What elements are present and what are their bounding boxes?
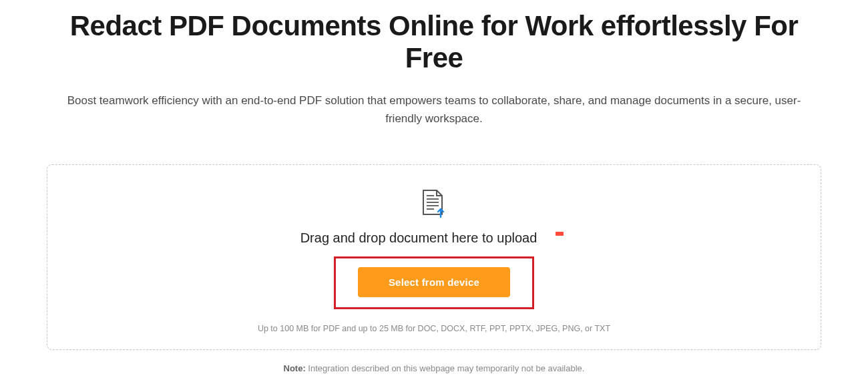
select-from-device-button[interactable]: Select from device bbox=[358, 267, 510, 297]
note-text: Integration described on this webpage ma… bbox=[306, 363, 585, 373]
note-label: Note: bbox=[284, 363, 306, 373]
file-limits-text: Up to 100 MB for PDF and up to 25 MB for… bbox=[61, 324, 807, 333]
annotation-highlight-frame: Select from device bbox=[334, 256, 534, 309]
drop-instruction-text: Drag and drop document here to upload bbox=[300, 230, 537, 246]
annotation-mark-icon bbox=[556, 232, 564, 236]
integration-note: Note: Integration described on this webp… bbox=[40, 363, 828, 373]
upload-document-icon bbox=[421, 189, 447, 221]
upload-dropzone[interactable]: Drag and drop document here to upload Se… bbox=[47, 164, 821, 350]
page-title: Redact PDF Documents Online for Work eff… bbox=[40, 10, 828, 75]
page-subtitle: Boost teamwork efficiency with an end-to… bbox=[67, 91, 801, 128]
